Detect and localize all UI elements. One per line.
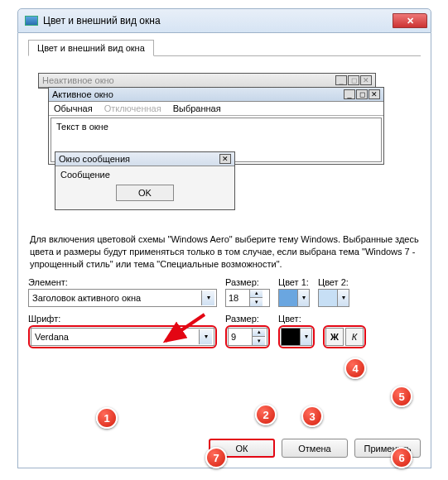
chevron-down-icon: ▾ [297,290,309,306]
element-label: Элемент: [28,277,217,287]
chevron-down-icon: ▾ [300,329,311,345]
color1-picker[interactable]: ▾ [278,289,310,307]
size2-label: Размер: [225,314,270,324]
message-ok-button: OK [116,185,174,201]
font-value: Verdana [35,332,69,342]
element-value: Заголовок активного окна [32,293,141,303]
close-icon: ✕ [219,154,231,164]
size2-input[interactable] [229,332,252,342]
font-size-spinner[interactable]: ▴▾ [228,328,267,346]
menu-selected: Выбранная [173,103,221,113]
message-title: Окно сообщения [59,154,130,164]
badge-1: 1 [96,407,118,429]
tab-label: Цвет и внешний вид окна [37,43,145,53]
badge-4: 4 [344,358,366,379]
spin-down-icon[interactable]: ▾ [250,298,263,306]
inactive-window-title: Неактивное окно [42,75,114,85]
badge-7: 7 [205,447,227,468]
chevron-down-icon: ▾ [201,290,214,305]
menu-normal: Обычная [54,103,93,113]
annotation-arrow [159,313,209,349]
color2-label: Цвет 2: [318,277,349,287]
spin-up-icon[interactable]: ▴ [253,329,265,337]
cancel-button[interactable]: Отмена [282,439,348,458]
badge-3: 3 [301,406,323,427]
italic-button[interactable]: К [345,328,364,346]
color1-label: Цвет 1: [278,277,310,287]
size1-input[interactable] [226,293,249,303]
spin-up-icon[interactable]: ▴ [250,290,263,298]
element-size-spinner[interactable]: ▴▾ [225,289,270,307]
fontcolor-label: Цвет: [278,314,315,324]
window-title: Цвет и внешний вид окна [43,15,161,26]
element-dropdown[interactable]: Заголовок активного окна ▾ [28,289,217,307]
menu-row: Обычная Отключенная Выбранная [49,102,383,116]
window-buttons: _◻✕ [344,89,380,99]
badge-2: 2 [255,404,277,425]
window-buttons: _◻✕ [335,75,372,85]
close-icon[interactable] [393,13,427,28]
window-icon [25,16,38,26]
preview-message-window: Окно сообщения ✕ Сообщение OK [55,151,235,210]
message-body: Сообщение [60,170,110,180]
badge-5: 5 [391,386,412,407]
spin-down-icon[interactable]: ▾ [253,337,265,345]
tab-color-appearance[interactable]: Цвет и внешний вид окна [28,40,154,56]
titlebar: Цвет и внешний вид окна [17,8,431,33]
svg-line-0 [166,314,205,341]
bold-button[interactable]: Ж [325,328,344,346]
description-text: Для включения цветовой схемы "Windows Ae… [30,233,419,271]
fontcolor-picker[interactable]: ▾ [281,328,312,346]
menu-disabled: Отключенная [104,103,161,113]
chevron-down-icon: ▾ [337,290,349,306]
active-window-title: Активное окно [52,89,113,99]
color2-picker[interactable]: ▾ [318,289,349,307]
preview-area: Неактивное окно _◻✕ Активное окно _◻✕ Об… [28,66,421,217]
size1-label: Размер: [225,277,270,287]
badge-6: 6 [391,447,412,468]
